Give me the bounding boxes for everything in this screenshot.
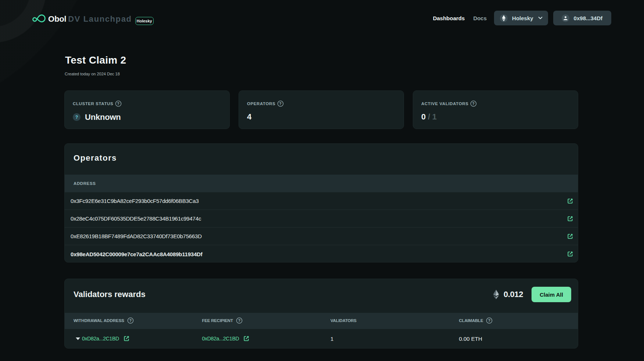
svg-text:?: ?: [117, 102, 120, 106]
svg-text:?: ?: [472, 102, 475, 106]
svg-text:?: ?: [238, 318, 240, 322]
svg-text:?: ?: [129, 318, 132, 322]
svg-text:?: ?: [279, 102, 282, 106]
svg-text:?: ?: [488, 318, 490, 322]
